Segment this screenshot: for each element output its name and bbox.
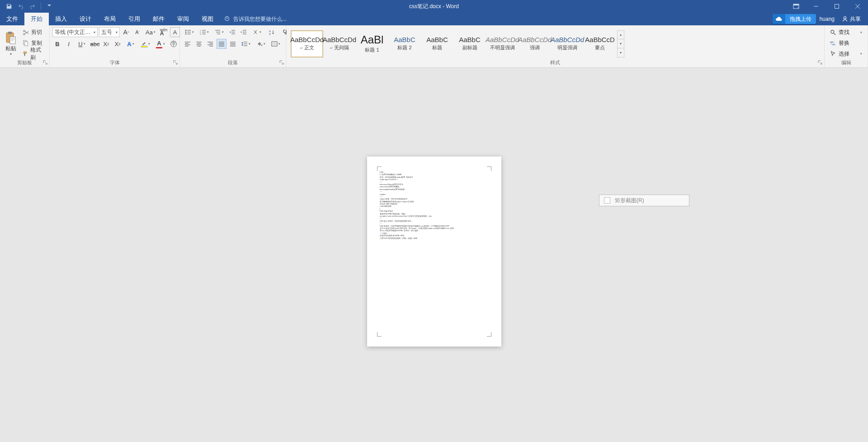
align-distributed-button[interactable]	[228, 39, 238, 49]
grow-font-button[interactable]: A^	[121, 27, 131, 37]
group-label-font: 字体	[110, 60, 120, 65]
group-label-clipboard: 剪贴板	[17, 60, 32, 65]
enclose-characters-button[interactable]: 字	[169, 39, 179, 49]
numbered-list-button[interactable]: 123▾	[198, 27, 211, 37]
svg-point-9	[24, 33, 25, 35]
find-button[interactable]: 查找▾	[827, 28, 865, 38]
italic-button[interactable]: I	[64, 39, 74, 49]
svg-point-4	[226, 18, 227, 19]
underline-button[interactable]: U▾	[75, 39, 89, 49]
save-button[interactable]	[4, 1, 14, 12]
qat-customize-button[interactable]	[44, 1, 55, 12]
align-left-button[interactable]	[183, 39, 193, 49]
align-center-button[interactable]	[194, 39, 204, 49]
tell-me-search[interactable]: 告诉我您想要做什么...	[220, 13, 291, 25]
strikethrough-button[interactable]: abc	[90, 39, 100, 49]
style-preview: AaBbCcDd	[486, 36, 519, 43]
format-painter-button[interactable]: 格式刷	[21, 49, 47, 59]
style-subtle[interactable]: AaBbCcDd不明显强调	[486, 30, 519, 57]
tab-layout[interactable]: 布局	[98, 13, 122, 25]
document-body-text[interactable]: CSS1. 设置字体的颜色大小粗细 样式：样式名称重复<style>配置 等价如…	[380, 171, 489, 239]
line-spacing-button[interactable]: ▾	[239, 39, 253, 49]
svg-rect-7	[8, 32, 12, 34]
styles-gallery[interactable]: AaBbCcDd↵正文AaBbCcDd↵无间隔AaBl标题 1AaBbC标题 2…	[289, 27, 821, 59]
subscript-button[interactable]: X2	[101, 39, 111, 49]
style-strong[interactable]: AaBbCcD要点	[584, 30, 616, 57]
font-family-combo[interactable]: 等线 (中文正文)▾	[52, 27, 98, 37]
shading-button[interactable]: ▾	[254, 39, 268, 49]
ribbon-display-options-button[interactable]	[790, 0, 802, 13]
group-paragraph: ▾ 123▾ ▾ ▾ AZ ▾ ▾ ▾	[180, 25, 286, 67]
select-button[interactable]: 选择▾	[827, 49, 865, 59]
group-editing: 查找▾ abac 替换 选择▾ 编辑	[825, 25, 868, 67]
paint-bucket-icon	[256, 41, 263, 47]
maximize-button[interactable]	[826, 0, 847, 13]
styles-row-up[interactable]: ▴	[618, 31, 624, 40]
signed-in-user[interactable]: huang	[820, 16, 835, 22]
superscript-button[interactable]: X2	[113, 39, 123, 49]
style-nospacing[interactable]: AaBbCcDd↵无间隔	[323, 30, 356, 57]
multilevel-list-button[interactable]: ▾	[212, 27, 226, 37]
bold-button[interactable]: B	[52, 39, 62, 49]
style-subtitle[interactable]: AaBbC副标题	[453, 30, 486, 57]
highlight-button[interactable]: ▾	[139, 39, 152, 49]
text-effects-button[interactable]: A▾	[124, 39, 137, 49]
document-page[interactable]: CSS1. 设置字体的颜色大小粗细 样式：样式名称重复<style>配置 等价如…	[367, 157, 501, 347]
style-title[interactable]: AaBbC标题	[421, 30, 453, 57]
decrease-indent-button[interactable]	[227, 27, 237, 37]
dialog-launcher-clipboard[interactable]	[43, 60, 47, 65]
style-emphasis[interactable]: AaBbCcDd强调	[519, 30, 551, 57]
style-name-label: 标题 2	[397, 44, 411, 51]
style-h1[interactable]: AaBl标题 1	[356, 30, 388, 57]
document-canvas[interactable]: CSS1. 设置字体的颜色大小粗细 样式：样式名称重复<style>配置 等价如…	[0, 68, 868, 442]
styles-more-spinner[interactable]: ▴▾▾	[617, 30, 624, 57]
change-case-button[interactable]: Aa▾	[144, 27, 157, 37]
line-spacing-icon	[241, 41, 248, 47]
character-border-button[interactable]: A	[170, 27, 180, 37]
tab-references[interactable]: 引用	[122, 13, 146, 25]
shrink-font-button[interactable]: Aˇ	[132, 27, 142, 37]
tab-review[interactable]: 审阅	[171, 13, 195, 25]
style-intense[interactable]: AaBbCcDd明显强调	[551, 30, 584, 57]
paste-button[interactable]: 粘贴 ▾	[3, 27, 19, 59]
bullet-list-button[interactable]: ▾	[183, 27, 196, 37]
styles-row-down[interactable]: ▾	[618, 39, 624, 48]
tab-design[interactable]: 设计	[73, 13, 98, 25]
tab-insert[interactable]: 插入	[49, 13, 73, 25]
sort-button[interactable]: AZ	[265, 27, 278, 37]
clipboard-paste-icon	[5, 31, 17, 45]
font-size-combo[interactable]: 五号▾	[99, 27, 120, 37]
style-name-label: 标题 1	[365, 47, 379, 53]
drag-upload-button[interactable]: 拖拽上传	[773, 14, 816, 24]
share-button[interactable]: 共享	[837, 13, 865, 25]
style-h2[interactable]: AaBbC标题 2	[388, 30, 421, 57]
tab-home[interactable]: 开始	[24, 13, 49, 25]
font-color-button[interactable]: A▾	[154, 39, 167, 49]
dialog-launcher-styles[interactable]	[818, 60, 822, 65]
undo-button[interactable]	[15, 1, 26, 12]
document-title: css笔记.docx - Word	[409, 3, 459, 10]
style-name-label: 明显强调	[557, 44, 577, 51]
cut-button[interactable]: 剪切	[21, 28, 47, 38]
minimize-button[interactable]	[806, 0, 826, 13]
chevron-down-icon: ▾	[10, 52, 12, 56]
tab-file[interactable]: 文件	[0, 13, 24, 25]
tab-view[interactable]: 视图	[195, 13, 220, 25]
increase-indent-button[interactable]	[239, 27, 249, 37]
svg-point-14	[185, 32, 187, 33]
align-justify-button[interactable]	[217, 39, 226, 49]
dialog-launcher-paragraph[interactable]	[279, 60, 284, 65]
align-right-button[interactable]	[205, 39, 215, 49]
tab-mailings[interactable]: 邮件	[146, 13, 171, 25]
asian-layout-button[interactable]: ▾	[250, 27, 264, 37]
style-name-label: 强调	[530, 44, 540, 51]
replace-button[interactable]: abac 替换	[827, 38, 865, 48]
style-normal[interactable]: AaBbCcDd↵正文	[291, 30, 323, 57]
borders-button[interactable]: ▾	[269, 39, 283, 49]
close-button[interactable]	[847, 0, 868, 13]
phonetic-guide-button[interactable]: wénA	[159, 27, 169, 37]
group-label-paragraph: 段落	[228, 60, 238, 65]
styles-expand[interactable]: ▾	[618, 48, 624, 57]
dialog-launcher-font[interactable]	[173, 60, 178, 65]
redo-button[interactable]	[27, 1, 38, 12]
